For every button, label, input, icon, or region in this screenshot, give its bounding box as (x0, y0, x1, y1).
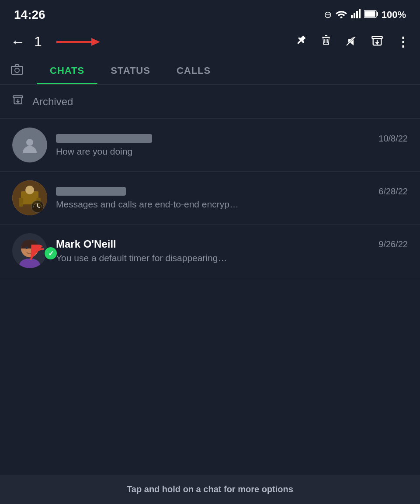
status-icons: ⊖ 100% (324, 9, 406, 21)
chat-item[interactable]: 6/28/22 Messages and calls are end-to-en… (0, 172, 420, 224)
chat-name-blurred (56, 187, 126, 196)
avatar (12, 180, 47, 215)
chat-item[interactable]: 10/8/22 How are you doing (0, 119, 420, 172)
chat-header: 10/8/22 (56, 134, 408, 144)
camera-button[interactable] (10, 64, 24, 78)
chat-content: Mark O'Neill 9/26/22 You use a default t… (56, 238, 408, 263)
svg-rect-1 (351, 15, 353, 18)
chat-preview: Messages and calls are end-to-end encryp… (56, 199, 408, 210)
svg-rect-3 (356, 11, 358, 18)
battery-percent: 100% (382, 9, 406, 21)
chat-name-blurred (56, 134, 152, 143)
chat-preview: How are you doing (56, 146, 408, 157)
svg-rect-2 (354, 13, 355, 18)
archived-label: Archived (32, 96, 73, 108)
chat-header: Mark O'Neill 9/26/22 (56, 238, 408, 250)
dnd-icon: ⊖ (324, 9, 332, 21)
chat-date: 9/26/22 (378, 239, 408, 249)
tab-status[interactable]: STATUS (97, 57, 163, 84)
back-button[interactable]: ← (10, 33, 25, 50)
chat-header: 6/28/22 (56, 186, 408, 197)
svg-point-0 (340, 17, 342, 19)
action-icons: ⋮ (295, 34, 410, 49)
tab-bar: CHATS STATUS CALLS (0, 57, 420, 85)
archived-row[interactable]: Archived (0, 85, 420, 119)
chat-preview: You use a default timer for disappearing… (56, 253, 408, 263)
status-time: 14:26 (14, 8, 45, 22)
status-bar: 14:26 ⊖ 100% (0, 0, 420, 26)
avatar (12, 128, 47, 162)
delete-button[interactable] (320, 34, 332, 49)
svg-line-16 (347, 37, 355, 45)
svg-rect-4 (359, 9, 361, 18)
svg-rect-27 (25, 204, 29, 213)
mute-button[interactable] (345, 35, 358, 49)
svg-rect-7 (364, 11, 375, 17)
svg-marker-9 (91, 38, 100, 46)
wifi-icon (335, 9, 347, 21)
svg-rect-18 (11, 66, 23, 74)
svg-rect-25 (19, 198, 23, 207)
svg-point-24 (25, 186, 34, 194)
tooltip-text: Tap and hold on a chat for more options (127, 484, 293, 494)
pin-button[interactable] (295, 34, 307, 49)
selection-count: 1 (34, 34, 42, 50)
svg-rect-17 (372, 36, 382, 38)
svg-rect-20 (13, 96, 23, 97)
tab-calls[interactable]: CALLS (163, 57, 224, 84)
chat-item-mark[interactable]: ✓ Mark O'Neill 9/26/22 You use a default… (0, 224, 420, 277)
bottom-hint: Tap and hold on a chat for more options (0, 475, 420, 504)
chat-list: Archived 10/8/22 How are you doing (0, 85, 420, 277)
red-arrow-icon (54, 35, 102, 48)
chat-date: 10/8/22 (378, 134, 408, 144)
svg-point-21 (26, 139, 33, 146)
chat-date: 6/28/22 (378, 186, 408, 197)
svg-rect-6 (377, 12, 378, 16)
archive-icon (12, 94, 24, 109)
chat-content: 10/8/22 How are you doing (56, 134, 408, 157)
svg-rect-11 (325, 35, 327, 36)
battery-icon (364, 9, 378, 21)
more-button[interactable]: ⋮ (396, 34, 410, 49)
tab-chats[interactable]: CHATS (37, 57, 97, 84)
svg-point-19 (15, 68, 19, 72)
red-arrow-indicator (13, 245, 52, 273)
signal-icon (351, 9, 361, 21)
chat-name: Mark O'Neill (56, 238, 116, 250)
action-bar: ← 1 (0, 26, 420, 57)
pin-arrow-container (54, 35, 286, 48)
archive-button[interactable] (371, 35, 383, 49)
chat-content: 6/28/22 Messages and calls are end-to-en… (56, 186, 408, 210)
